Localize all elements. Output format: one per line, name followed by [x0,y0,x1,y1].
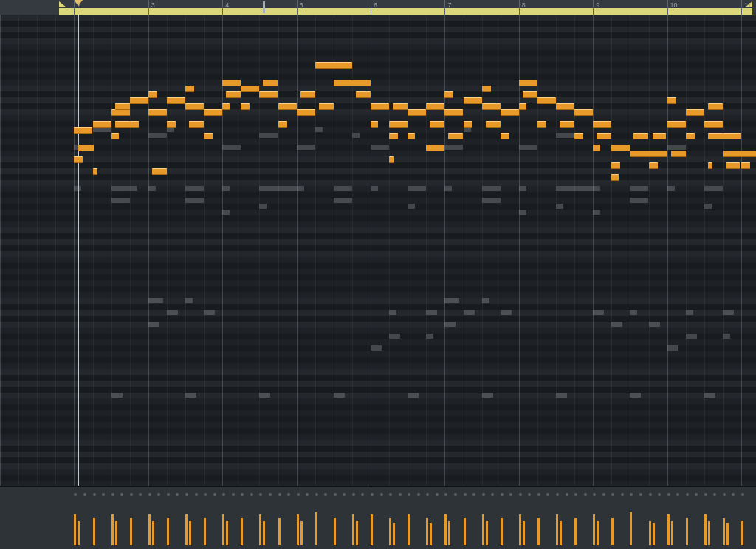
velocity-bar[interactable] [671,521,673,545]
midi-note[interactable] [464,121,472,128]
midi-note[interactable] [389,121,408,128]
midi-note[interactable] [204,109,222,116]
velocity-bar[interactable] [222,514,224,545]
midi-note[interactable] [356,92,371,98]
song-start-marker[interactable] [263,1,265,13]
midi-note[interactable] [226,92,241,98]
velocity-bar[interactable] [111,514,114,545]
midi-note[interactable] [723,151,756,157]
velocity-bar[interactable] [741,521,743,545]
midi-note[interactable] [723,133,741,139]
velocity-bar[interactable] [653,523,655,545]
velocity-bar[interactable] [297,514,299,545]
velocity-bar[interactable] [708,521,710,545]
midi-note[interactable] [74,156,83,163]
midi-note[interactable] [371,103,389,110]
velocity-bar[interactable] [593,514,595,545]
midi-note[interactable] [204,133,213,139]
velocity-bar[interactable] [152,521,154,545]
velocity-bar[interactable] [426,518,428,545]
midi-note[interactable] [393,103,408,110]
midi-note[interactable] [426,103,444,110]
velocity-bar[interactable] [204,518,206,545]
velocity-bar[interactable] [259,514,261,545]
velocity-bar[interactable] [226,521,228,545]
velocity-bar[interactable] [704,514,707,545]
midi-note[interactable] [519,80,537,86]
midi-note[interactable] [741,162,750,169]
midi-note[interactable] [704,121,723,128]
midi-note[interactable] [726,162,740,169]
midi-note[interactable] [74,127,92,134]
midi-note[interactable] [444,92,453,98]
velocity-bar[interactable] [486,521,488,545]
velocity-bar[interactable] [464,518,466,545]
velocity-bar[interactable] [523,521,525,545]
velocity-bar[interactable] [448,521,450,545]
velocity-bar[interactable] [649,521,651,545]
velocity-bar[interactable] [93,518,95,545]
midi-note[interactable] [523,92,537,98]
midi-note[interactable] [671,151,686,157]
midi-note[interactable] [263,80,278,86]
midi-note[interactable] [408,109,426,116]
midi-note[interactable] [389,156,394,163]
midi-note[interactable] [319,103,334,110]
velocity-bar[interactable] [444,514,447,545]
midi-note[interactable] [686,133,695,139]
velocity-bar[interactable] [148,514,151,545]
midi-note[interactable] [686,109,704,116]
midi-note[interactable] [115,121,130,128]
midi-note[interactable] [315,62,352,69]
velocity-bar[interactable] [278,518,281,545]
velocity-bar[interactable] [482,514,484,545]
velocity-bar[interactable] [115,521,117,545]
velocity-bar[interactable] [263,521,265,545]
velocity-bar[interactable] [167,518,169,545]
velocity-bar[interactable] [371,514,373,545]
velocity-bar[interactable] [574,518,577,545]
loop-start-marker[interactable] [59,1,66,7]
midi-note[interactable] [259,92,278,98]
midi-note[interactable] [649,162,658,169]
midi-note[interactable] [611,145,630,151]
velocity-bar[interactable] [519,514,521,545]
midi-note[interactable] [708,162,712,169]
midi-note[interactable] [653,133,666,139]
timeline-ruler[interactable]: 234567891011 [0,0,756,15]
midi-note[interactable] [352,80,371,86]
midi-note[interactable] [556,103,574,110]
velocity-bar[interactable] [611,518,614,545]
midi-note[interactable] [630,151,667,157]
velocity-bar[interactable] [686,518,688,545]
midi-note[interactable] [300,92,315,98]
midi-note[interactable] [389,133,398,139]
midi-note[interactable] [241,86,259,92]
velocity-lane[interactable] [0,486,756,549]
midi-note[interactable] [444,109,463,116]
midi-note[interactable] [278,121,287,128]
midi-note[interactable] [482,103,501,110]
velocity-bar[interactable] [334,518,336,545]
velocity-bar[interactable] [556,514,558,545]
midi-note[interactable] [519,103,526,110]
midi-note[interactable] [93,121,111,128]
midi-note[interactable] [185,86,194,92]
midi-note[interactable] [222,103,230,110]
velocity-bar[interactable] [300,521,303,545]
midi-note[interactable] [560,121,574,128]
midi-note[interactable] [278,103,297,110]
note-grid[interactable] [0,15,756,486]
midi-note[interactable] [189,121,204,128]
midi-note[interactable] [667,121,686,128]
midi-note[interactable] [501,109,519,116]
midi-note[interactable] [464,97,482,104]
velocity-bar[interactable] [597,521,599,545]
midi-note[interactable] [130,97,148,104]
midi-note[interactable] [111,133,119,139]
midi-note[interactable] [482,86,491,92]
midi-note[interactable] [185,103,204,110]
midi-note[interactable] [148,92,157,98]
midi-note[interactable] [611,174,619,181]
midi-note[interactable] [152,168,167,175]
